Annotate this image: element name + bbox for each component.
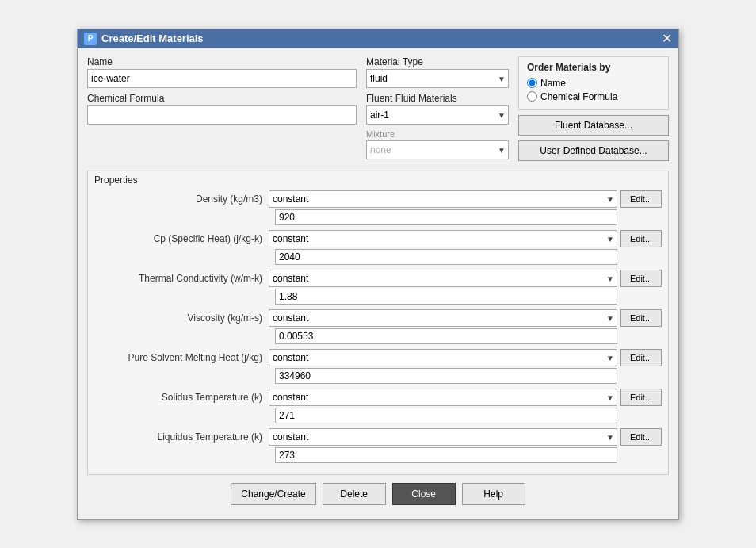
mixture-label: Mixture — [366, 129, 509, 139]
fluent-fluid-select-wrapper: air-1 water-liquid ice ▼ — [366, 105, 509, 125]
property-label: Cp (Specific Heat) (j/kg-k) — [94, 233, 269, 244]
order-name-radio-row[interactable]: Name — [527, 78, 660, 89]
order-chemical-radio-row[interactable]: Chemical Formula — [527, 91, 660, 102]
property-method-wrapper: constant▼ — [269, 389, 617, 406]
property-method-wrapper: constant▼ — [269, 309, 617, 327]
order-name-label: Name — [540, 78, 566, 89]
property-value-input[interactable] — [275, 289, 617, 305]
property-method-select[interactable]: constant — [269, 190, 617, 208]
property-method-select[interactable]: constant — [269, 230, 617, 247]
property-edit-button[interactable]: Edit... — [620, 349, 662, 366]
property-edit-button[interactable]: Edit... — [620, 190, 662, 208]
properties-section: Properties Density (kg/m3)constant▼Edit.… — [87, 171, 669, 475]
properties-table: Density (kg/m3)constant▼Edit...Cp (Speci… — [88, 189, 668, 474]
main-dialog: P Create/Edit Materials ✕ Name Chemical … — [77, 29, 679, 520]
top-section: Name Chemical Formula Material Type flui… — [87, 56, 669, 164]
chemical-formula-label: Chemical Formula — [87, 93, 357, 104]
close-icon[interactable]: ✕ — [662, 33, 672, 45]
property-label: Solidus Temperature (k) — [94, 392, 269, 403]
material-type-select-wrapper: fluid solid mixture ▼ — [366, 69, 509, 88]
title-bar-left: P Create/Edit Materials — [84, 33, 204, 45]
close-button[interactable]: Close — [392, 483, 456, 505]
bottom-buttons: Change/Create Delete Close Help — [87, 475, 669, 512]
dialog-body: Name Chemical Formula Material Type flui… — [78, 48, 678, 519]
property-edit-button[interactable]: Edit... — [620, 270, 662, 287]
mixture-select[interactable]: none — [366, 140, 509, 159]
property-row: Pure Solvent Melting Heat (j/kg)constant… — [94, 349, 662, 366]
property-method-wrapper: constant▼ — [269, 428, 617, 446]
left-column: Name Chemical Formula — [87, 56, 357, 164]
property-label: Liquidus Temperature (k) — [94, 431, 269, 443]
property-value-input[interactable] — [275, 249, 617, 265]
property-row: Thermal Conductivity (w/m-k)constant▼Edi… — [94, 270, 662, 287]
property-row: Cp (Specific Heat) (j/kg-k)constant▼Edit… — [94, 230, 662, 247]
property-value-row — [94, 328, 662, 344]
property-method-select[interactable]: constant — [269, 349, 617, 366]
dialog-title: Create/Edit Materials — [101, 33, 204, 44]
property-method-select[interactable]: constant — [269, 309, 617, 327]
property-value-row — [94, 249, 662, 265]
property-method-wrapper: constant▼ — [269, 270, 617, 287]
app-icon: P — [84, 33, 97, 45]
properties-title: Properties — [88, 171, 668, 189]
property-edit-button[interactable]: Edit... — [620, 309, 662, 327]
property-method-select[interactable]: constant — [269, 389, 617, 406]
order-chemical-label: Chemical Formula — [540, 91, 617, 102]
property-value-row — [94, 289, 662, 305]
property-value-row — [94, 408, 662, 423]
property-value-input[interactable] — [275, 408, 617, 423]
change-create-button[interactable]: Change/Create — [231, 483, 315, 505]
property-label: Density (kg/m3) — [94, 194, 269, 205]
order-group: Order Materials by Name Chemical Formula — [518, 56, 669, 110]
property-label: Pure Solvent Melting Heat (j/kg) — [94, 352, 269, 363]
property-value-input[interactable] — [275, 368, 617, 384]
material-type-select[interactable]: fluid solid mixture — [366, 69, 509, 88]
property-value-row — [94, 447, 662, 463]
right-column: Order Materials by Name Chemical Formula… — [518, 56, 669, 164]
property-row: Density (kg/m3)constant▼Edit... — [94, 190, 662, 208]
order-chemical-radio[interactable] — [527, 91, 537, 102]
property-value-row — [94, 368, 662, 384]
property-label: Viscosity (kg/m-s) — [94, 312, 269, 324]
property-method-select[interactable]: constant — [269, 270, 617, 287]
property-edit-button[interactable]: Edit... — [620, 230, 662, 247]
delete-button[interactable]: Delete — [323, 483, 386, 505]
property-value-row — [94, 209, 662, 225]
order-title: Order Materials by — [527, 62, 660, 73]
property-row: Solidus Temperature (k)constant▼Edit... — [94, 389, 662, 406]
property-method-select[interactable]: constant — [269, 428, 617, 446]
material-type-field-group: Material Type fluid solid mixture ▼ — [366, 56, 509, 88]
property-row: Liquidus Temperature (k)constant▼Edit... — [94, 428, 662, 446]
property-edit-button[interactable]: Edit... — [620, 428, 662, 446]
property-method-wrapper: constant▼ — [269, 190, 617, 208]
name-field-group: Name — [87, 56, 357, 88]
property-method-wrapper: constant▼ — [269, 349, 617, 366]
fluent-fluid-field-group: Fluent Fluid Materials air-1 water-liqui… — [366, 93, 509, 125]
fluent-database-button[interactable]: Fluent Database... — [518, 115, 669, 136]
property-edit-button[interactable]: Edit... — [620, 389, 662, 406]
property-value-input[interactable] — [275, 447, 617, 463]
property-label: Thermal Conductivity (w/m-k) — [94, 273, 269, 284]
name-input[interactable] — [87, 69, 357, 88]
property-method-wrapper: constant▼ — [269, 230, 617, 247]
chemical-formula-input[interactable] — [87, 105, 357, 125]
material-type-label: Material Type — [366, 56, 509, 67]
title-bar: P Create/Edit Materials ✕ — [78, 29, 678, 48]
mixture-select-wrapper: none ▼ — [366, 140, 509, 159]
mixture-field-group: Mixture none ▼ — [366, 129, 509, 159]
mid-column: Material Type fluid solid mixture ▼ Flue… — [366, 56, 509, 164]
property-row: Viscosity (kg/m-s)constant▼Edit... — [94, 309, 662, 327]
property-value-input[interactable] — [275, 328, 617, 344]
order-name-radio[interactable] — [527, 78, 537, 88]
user-defined-database-button[interactable]: User-Defined Database... — [518, 140, 669, 161]
chemical-formula-field-group: Chemical Formula — [87, 93, 357, 125]
fluent-fluid-label: Fluent Fluid Materials — [366, 93, 509, 104]
name-label: Name — [87, 56, 357, 67]
help-button[interactable]: Help — [462, 483, 525, 505]
property-value-input[interactable] — [275, 209, 617, 225]
fluent-fluid-select[interactable]: air-1 water-liquid ice — [366, 105, 509, 125]
